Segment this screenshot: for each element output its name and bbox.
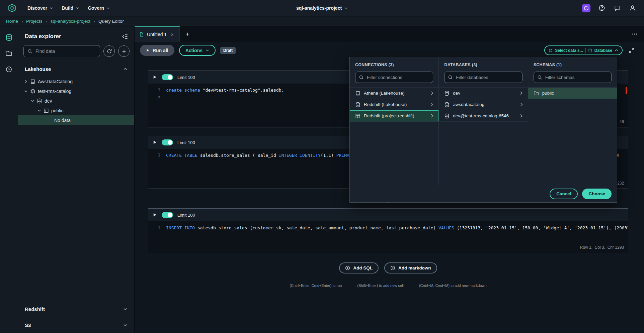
tab-untitled-1[interactable]: Untitled 1	[135, 26, 180, 42]
sql-token: (13251813, '2023-01-15', 150.00, 'Widget…	[457, 225, 628, 230]
limit-label: Limit 100	[177, 140, 195, 145]
breadcrumb-project[interactable]: sql-analytics-project	[51, 19, 90, 24]
menu-discover-label: Discover	[27, 5, 47, 11]
search-icon	[537, 75, 542, 80]
line-number: 2	[148, 96, 160, 100]
breadcrumb-separator	[46, 19, 47, 24]
chevron-down-icon[interactable]	[31, 99, 34, 103]
section-lakehouse[interactable]: Lakehouse	[18, 61, 134, 77]
chevron-up-icon	[615, 48, 618, 52]
sql-editor-3[interactable]: 1 INSERT INTO salesdb.store_sales (custo…	[148, 221, 628, 253]
run-cell-icon[interactable]	[153, 213, 157, 217]
filter-databases-search	[444, 72, 522, 83]
cancel-button[interactable]: Cancel	[550, 189, 578, 199]
history-rail-icon[interactable]	[5, 66, 13, 73]
section-s3[interactable]: S3	[18, 317, 134, 333]
collapse-panel-icon[interactable]	[122, 33, 128, 40]
refresh-button[interactable]	[103, 45, 115, 57]
profile-icon[interactable]	[629, 4, 637, 12]
help-icon[interactable]	[598, 4, 606, 12]
app-logo-icon[interactable]	[7, 3, 17, 13]
database-icon	[37, 98, 42, 104]
menu-discover[interactable]: Discover	[24, 3, 56, 13]
tab-bar: Untitled 1	[135, 26, 644, 42]
add-markdown-button[interactable]: Add markdown	[384, 262, 437, 273]
run-cell-icon[interactable]	[153, 75, 157, 80]
play-icon	[146, 48, 150, 52]
database-label: dev@test-rms-catalog-654654...	[453, 113, 515, 118]
tree-item-dev[interactable]: dev	[18, 96, 134, 106]
menu-govern[interactable]: Govern	[84, 3, 113, 13]
select-data-source-label: Select data s...	[555, 48, 583, 53]
add-data-button[interactable]	[118, 45, 130, 57]
select-data-source-button[interactable]: Select data s... Database	[544, 45, 623, 55]
database-dev-test-rms-catalog[interactable]: dev@test-rms-catalog-654654...	[439, 110, 528, 122]
run-all-label: Run all	[153, 48, 168, 53]
tree-item-test-rms-catalog[interactable]: test-rms-catalog	[18, 86, 134, 96]
new-tab-button[interactable]	[180, 26, 195, 42]
tree-item-public[interactable]: public	[18, 106, 134, 115]
fullscreen-icon[interactable]	[627, 46, 636, 55]
find-data-input[interactable]	[35, 48, 96, 54]
limit-toggle[interactable]	[162, 212, 173, 218]
search-icon	[448, 75, 453, 80]
databases-column: DATABASES (3) dev awsdatacatalog	[438, 57, 528, 185]
actions-label: Actions	[185, 48, 203, 53]
chevron-down-icon	[123, 323, 128, 327]
chevron-down-icon[interactable]	[24, 89, 28, 93]
line-number: 1	[148, 153, 160, 157]
limit-toggle[interactable]	[162, 139, 173, 145]
chevron-down-icon	[50, 6, 53, 10]
connection-redshift-lakehouse[interactable]: Redshift (Lakehouse)	[350, 99, 438, 110]
sql-token: INTEGER IDENTITY	[279, 153, 321, 158]
section-s3-label: S3	[25, 322, 31, 328]
breadcrumb-separator	[94, 19, 95, 24]
sql-token: salesdb.store_sales (customer_sk, sale_d…	[197, 225, 438, 230]
data-explorer-panel: Data explorer Lakehouse AwsData	[18, 26, 135, 333]
sql-token: VALUES	[438, 225, 457, 230]
limit-toggle[interactable]	[162, 74, 173, 80]
sagemaker-badge-icon[interactable]	[582, 4, 590, 12]
chevron-down-icon[interactable]	[37, 109, 41, 112]
breadcrumb-projects[interactable]: Projects	[26, 19, 43, 24]
schema-icon	[44, 108, 49, 113]
section-redshift[interactable]: Redshift	[18, 301, 134, 317]
catalog-layers-icon	[30, 89, 35, 94]
close-tab-icon[interactable]	[170, 32, 175, 37]
chevron-right-icon	[519, 114, 524, 118]
database-awsdatacatalog[interactable]: awsdatacatalog	[439, 99, 528, 110]
project-selector[interactable]: sql-analytics-project	[296, 5, 348, 11]
chevron-right-icon	[519, 102, 524, 107]
filter-schemas-input[interactable]	[545, 75, 608, 80]
chevron-right-icon	[430, 114, 434, 118]
run-cell-icon[interactable]	[153, 140, 157, 145]
chevron-right-icon[interactable]	[24, 80, 28, 83]
athena-connection-icon	[355, 91, 360, 96]
run-all-button[interactable]: Run all	[140, 45, 174, 56]
data-explorer-rail-icon[interactable]	[5, 34, 13, 41]
hint-new-markdown: (Cntrl+M, Cmd+M) to add new markdown	[419, 284, 487, 288]
feedback-icon[interactable]	[613, 4, 621, 12]
chevron-down-icon	[344, 6, 348, 10]
connection-redshift-project[interactable]: Redshift (project.redshift)	[350, 110, 438, 122]
actions-button[interactable]: Actions	[179, 45, 216, 56]
breadcrumb-home[interactable]: Home	[6, 19, 18, 24]
filter-connections-input[interactable]	[367, 75, 429, 80]
choose-button[interactable]: Choose	[582, 189, 612, 199]
schemas-column: SCHEMAS (1) public	[528, 57, 617, 185]
connection-athena-lakehouse[interactable]: Athena (Lakehouse)	[350, 88, 438, 99]
add-markdown-label: Add markdown	[398, 265, 431, 270]
error-marker	[626, 87, 627, 94]
schema-public[interactable]: public	[528, 88, 617, 99]
catalog-book-icon	[30, 79, 35, 84]
editor-overflow-menu-icon[interactable]	[625, 26, 644, 42]
files-rail-icon[interactable]	[5, 50, 13, 57]
database-label: dev	[453, 91, 515, 96]
add-sql-button[interactable]: Add SQL	[339, 262, 379, 273]
redshift-connection-icon	[355, 102, 360, 107]
database-dev[interactable]: dev	[439, 88, 528, 99]
filter-databases-input[interactable]	[456, 75, 518, 80]
tree-item-awsdatacatalog[interactable]: AwsDataCatalog	[18, 77, 134, 86]
chevron-right-icon	[519, 91, 524, 95]
menu-build[interactable]: Build	[58, 3, 82, 13]
